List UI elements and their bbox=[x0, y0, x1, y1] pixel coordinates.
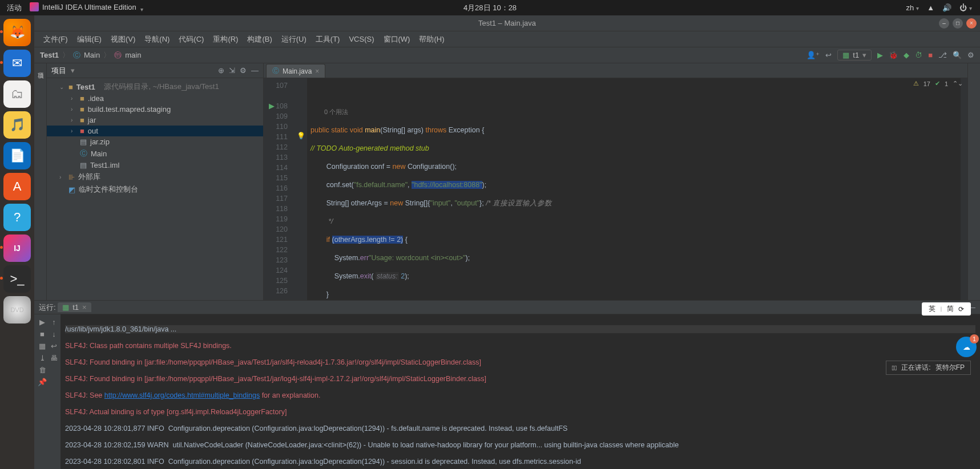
minimize-button[interactable]: – bbox=[939, 18, 949, 29]
code-content[interactable]: 0 个用法 public static void main(String[] a… bbox=[307, 78, 961, 300]
menu-refactor[interactable]: 重构(R) bbox=[209, 33, 241, 46]
up-icon[interactable]: ↑ bbox=[50, 318, 58, 326]
clock[interactable]: 4月28日 10：28 bbox=[463, 3, 517, 13]
tree-root[interactable]: ⌄■Test1 源代码根目录, ~/HBase_java/Test1 bbox=[47, 80, 263, 93]
debug-button[interactable]: 🐞 bbox=[889, 51, 898, 59]
dvd-icon[interactable]: DVD bbox=[3, 296, 31, 324]
menu-vcs[interactable]: VCS(S) bbox=[345, 34, 377, 45]
git-icon[interactable]: ⎇ bbox=[938, 51, 947, 59]
coverage-button[interactable]: ◆ bbox=[904, 51, 909, 59]
menu-tools[interactable]: 工具(T) bbox=[312, 33, 344, 46]
pin-icon[interactable]: 📌 bbox=[38, 378, 47, 386]
search-icon[interactable]: 🔍 bbox=[953, 51, 962, 59]
mic-muted-icon: 🎙̸ bbox=[892, 364, 897, 372]
crumb-method[interactable]: main bbox=[125, 51, 141, 59]
settings-icon[interactable]: ⚙ bbox=[967, 51, 974, 59]
tree-scratch[interactable]: ◩临时文件和控制台 bbox=[47, 183, 263, 196]
menu-window[interactable]: 窗口(W) bbox=[380, 33, 414, 46]
target-icon[interactable]: ⊕ bbox=[218, 66, 224, 75]
console-output[interactable]: /usr/lib/jvm/jdk1.8.0_361/bin/java ... S… bbox=[61, 314, 980, 469]
crumb-class[interactable]: Main bbox=[84, 51, 100, 59]
project-tool-tab[interactable]: 项目 bbox=[35, 63, 46, 300]
editor-tab-main[interactable]: Ⓒ Main.java × bbox=[266, 64, 325, 78]
gutter: 107 ▶10810911011111211311411511611711811… bbox=[264, 78, 292, 300]
menu-navigate[interactable]: 导航(N) bbox=[141, 33, 173, 46]
tree-main[interactable]: ⒸMain bbox=[47, 147, 263, 160]
thunderbird-icon[interactable]: ✉ bbox=[3, 50, 31, 77]
intellij-app-icon[interactable]: IJ bbox=[3, 234, 31, 262]
profile-button[interactable]: ⏱ bbox=[915, 51, 922, 59]
tree-external[interactable]: ›⊪外部库 bbox=[47, 171, 263, 183]
menu-build[interactable]: 构建(B) bbox=[244, 33, 275, 46]
project-tree[interactable]: ⌄■Test1 源代码根目录, ~/HBase_java/Test1 ›■.id… bbox=[47, 78, 263, 300]
menu-code[interactable]: 代码(C) bbox=[175, 33, 207, 46]
work-area: 项目 项目 ▾ ⊕ ⇲ ⚙ — ⌄■Test1 源代码根目录, ~/HBase_… bbox=[34, 63, 980, 300]
rerun-icon[interactable]: ▶ bbox=[38, 318, 47, 326]
tree-out[interactable]: ›■out bbox=[47, 126, 263, 136]
project-panel: 项目 ▾ ⊕ ⇲ ⚙ — ⌄■Test1 源代码根目录, ~/HBase_jav… bbox=[47, 63, 264, 300]
help-icon[interactable]: ? bbox=[3, 204, 31, 231]
run-side-toolbar: ▶ ↑ ■ ↓ ▦ ↩ ⤓ 🖶 🗑 📌 bbox=[34, 314, 61, 469]
cloud-sync-icon[interactable]: ☁1 bbox=[956, 337, 977, 357]
maximize-button[interactable]: □ bbox=[953, 18, 963, 29]
run-tab[interactable]: ▦ t1 × bbox=[58, 302, 91, 312]
stop-run-icon[interactable]: ■ bbox=[38, 330, 47, 338]
intention-bulb-icon[interactable]: 💡 bbox=[297, 132, 305, 140]
run-tool-window: 运行: ▦ t1 × ⚙ — ▶ ↑ ■ ↓ ▦ ↩ ⤓ 🖶 🗑 � bbox=[34, 300, 980, 469]
tree-jarzip[interactable]: ▤jar.zip bbox=[47, 136, 263, 147]
back-icon[interactable]: ↩ bbox=[825, 51, 832, 59]
activities-button[interactable]: 活动 bbox=[7, 3, 22, 13]
error-stripe[interactable] bbox=[961, 78, 967, 300]
power-icon[interactable]: ⏻ bbox=[959, 3, 972, 12]
usage-hint: 0 个用法 bbox=[310, 107, 961, 117]
close-run-tab-icon[interactable]: × bbox=[82, 303, 87, 312]
run-button[interactable]: ▶ bbox=[877, 51, 883, 59]
run-config-label: t1 bbox=[853, 51, 859, 59]
trash-icon[interactable]: 🗑 bbox=[38, 366, 47, 374]
code-editor[interactable]: 107 ▶10810911011111211311411511611711811… bbox=[264, 78, 967, 300]
tree-iml[interactable]: ▤Test1.iml bbox=[47, 160, 263, 171]
menu-view[interactable]: 视图(V) bbox=[107, 33, 139, 46]
scroll-icon[interactable]: ⤓ bbox=[38, 354, 47, 362]
gear-icon[interactable]: ⚙ bbox=[240, 66, 247, 75]
system-topbar: 活动 IntelliJ IDEA Ultimate Edition 4月28日 … bbox=[0, 0, 980, 15]
fold-column[interactable]: 💡 bbox=[292, 78, 307, 300]
close-tab-icon[interactable]: × bbox=[315, 67, 319, 75]
close-button[interactable]: × bbox=[966, 18, 977, 29]
wrap-icon[interactable]: ↩ bbox=[50, 342, 58, 350]
menu-edit[interactable]: 编辑(E) bbox=[74, 33, 105, 46]
tree-jar[interactable]: ›■jar bbox=[47, 115, 263, 126]
writer-icon[interactable]: 📄 bbox=[3, 142, 31, 169]
expand-icon[interactable]: ⇲ bbox=[229, 66, 235, 75]
focused-app[interactable]: IntelliJ IDEA Ultimate Edition bbox=[30, 2, 143, 13]
music-icon[interactable]: 🎵 bbox=[3, 111, 31, 139]
volume-icon[interactable]: 🔊 bbox=[942, 3, 951, 12]
print-icon[interactable]: 🖶 bbox=[50, 354, 58, 362]
run-config-selector[interactable]: ▦ t1 ▾ bbox=[837, 50, 872, 60]
left-tool-strip: 项目 bbox=[34, 63, 47, 300]
tree-idea[interactable]: ›■.idea bbox=[47, 93, 263, 104]
menu-file[interactable]: 文件(F) bbox=[40, 33, 71, 46]
files-icon[interactable]: 🗂 bbox=[3, 80, 31, 108]
terminal-icon[interactable]: >_ bbox=[3, 265, 31, 293]
window-titlebar[interactable]: Test1 – Main.java – □ × bbox=[34, 15, 980, 31]
ime-indicator[interactable]: 英⁞简⟳ bbox=[922, 302, 971, 316]
menu-run[interactable]: 运行(U) bbox=[278, 33, 310, 46]
menu-help[interactable]: 帮助(H) bbox=[416, 33, 447, 46]
inspection-widget[interactable]: ⚠17 ✔1 ⌃⌄ bbox=[913, 80, 963, 87]
input-lang[interactable]: zh bbox=[906, 3, 919, 12]
network-icon[interactable]: ▲ bbox=[927, 3, 934, 12]
breadcrumb[interactable]: Test1 〉 ⒸMain 〉 ⓜmain bbox=[40, 50, 141, 60]
down-icon[interactable]: ↓ bbox=[50, 330, 58, 338]
hide-icon[interactable]: — bbox=[251, 66, 259, 75]
speaking-indicator[interactable]: 🎙̸ 正在讲话:英特尔FP bbox=[886, 361, 971, 375]
tree-build[interactable]: ›■build.test.mapred.staging bbox=[47, 104, 263, 115]
software-icon[interactable]: A bbox=[3, 173, 31, 200]
layout-icon[interactable]: ▦ bbox=[38, 342, 47, 350]
add-user-icon[interactable]: 👤⁺ bbox=[806, 51, 820, 59]
crumb-project[interactable]: Test1 bbox=[40, 51, 59, 59]
stop-button[interactable]: ■ bbox=[928, 51, 933, 59]
firefox-icon[interactable]: 🦊 bbox=[3, 19, 31, 46]
chevron-up-down-icon[interactable]: ⌃⌄ bbox=[953, 80, 963, 87]
right-tool-strip[interactable] bbox=[967, 63, 980, 300]
